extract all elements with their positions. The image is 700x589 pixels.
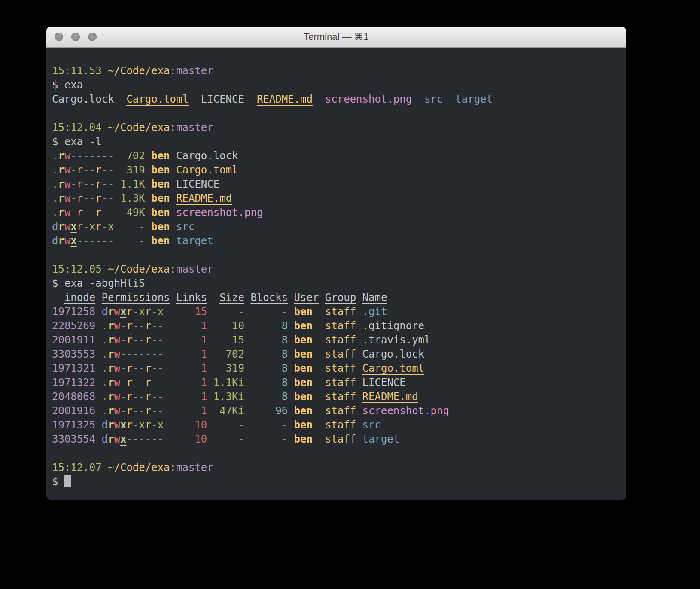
terminal-text-segment: staff [325, 391, 356, 403]
terminal-text-segment: $ exa [52, 79, 83, 91]
terminal-text-segment: ben [294, 348, 313, 360]
terminal-text-segment [288, 348, 294, 360]
terminal-text-segment [356, 362, 362, 374]
terminal-text-segment [145, 150, 151, 162]
terminal-text-segment [288, 433, 294, 445]
terminal-text-segment: staff [325, 433, 356, 445]
terminal-text-segment: r [126, 362, 132, 374]
terminal-text-segment: ~/Code/exa [108, 65, 170, 77]
terminal-text-segment: r [145, 306, 151, 318]
terminal-text-segment: LICENCE [176, 178, 219, 190]
terminal-text-segment [95, 306, 101, 318]
terminal-text-segment: 2048068 [52, 391, 95, 403]
terminal-text-segment: : [170, 263, 176, 275]
terminal-line [52, 248, 622, 262]
terminal-text-segment: : [170, 461, 176, 474]
terminal-text-segment: r [145, 405, 151, 417]
terminal-text-segment: 1 [164, 405, 207, 417]
terminal-text-segment: x [158, 419, 164, 431]
terminal-text-segment: Cargo.lock [176, 150, 238, 162]
terminal-text-segment [288, 334, 294, 346]
terminal-text-segment [356, 433, 362, 445]
terminal-text-segment [288, 391, 294, 403]
terminal-text-segment: 319 [207, 362, 244, 374]
terminal-text-segment [95, 320, 101, 332]
terminal-line: 15:12.07 ~/Code/exa:master [52, 461, 622, 475]
terminal-text-segment: Blocks [250, 291, 288, 304]
terminal-line [52, 446, 622, 461]
terminal-text-segment: . [102, 376, 108, 389]
terminal-text-segment [170, 206, 176, 219]
terminal-text-segment: -- [133, 362, 145, 374]
terminal-text-segment: 15:12.07 [52, 461, 102, 474]
terminal-text-segment: 1.3Ki [207, 391, 244, 403]
terminal-text-segment [145, 164, 151, 176]
terminal-text-segment: ben [294, 320, 313, 332]
terminal-text-segment: . [52, 164, 58, 176]
terminal-line: .rw-r--r-- 1.1K ben LICENCE [52, 177, 622, 191]
terminal-text-segment: src [362, 419, 381, 431]
terminal-text-segment: 1 [164, 348, 207, 360]
terminal-text-segment [313, 334, 325, 346]
terminal-text-segment: -- [83, 206, 95, 219]
terminal-text-segment: r [58, 164, 64, 176]
terminal-text-segment: r [95, 178, 101, 190]
terminal-text-segment: ben [294, 419, 313, 431]
terminal-text-segment [313, 376, 325, 389]
terminal-text-segment: . [102, 348, 108, 360]
terminal-text-segment: ------- [120, 348, 164, 360]
terminal-text-segment: staff [325, 306, 356, 318]
terminal-text-segment [145, 206, 151, 219]
terminal-text-segment [95, 433, 101, 445]
terminal-text-segment: 1.3K [114, 192, 145, 204]
terminal-line: drwx------ - ben target [52, 234, 622, 248]
terminal-text-segment [356, 376, 362, 389]
terminal-text-segment [145, 235, 151, 247]
terminal-text-segment: 8 [244, 348, 288, 360]
terminal-text-segment: w [64, 164, 70, 176]
terminal-text-segment: master [176, 121, 213, 134]
terminal-text-segment [102, 65, 108, 77]
terminal-text-segment: d [102, 306, 108, 318]
terminal-text-segment: - [120, 362, 126, 374]
terminal-text-segment: staff [325, 348, 356, 360]
terminal-window: Terminal — ⌘1 15:11.53 ~/Code/exa:master… [46, 27, 626, 500]
terminal-text-segment: 8 [244, 320, 288, 332]
terminal-text-segment [170, 235, 176, 247]
terminal-text-segment: screenshot.png [176, 206, 263, 219]
terminal-text-segment: 1.1K [114, 178, 145, 190]
terminal-text-segment: - [120, 334, 126, 346]
terminal-text-segment: 15 [207, 334, 244, 346]
terminal-text-segment: 3303553 [52, 348, 95, 360]
terminal-text-segment [95, 362, 101, 374]
terminal-text-segment: 319 [114, 164, 145, 176]
title-bar[interactable]: Terminal — ⌘1 [46, 27, 626, 48]
terminal-text-segment: - [120, 391, 126, 403]
terminal-text-segment: - [114, 221, 145, 233]
terminal-text-segment: r [58, 150, 64, 162]
terminal-text-segment [313, 419, 325, 431]
terminal-text-segment [244, 93, 257, 105]
terminal-text-segment: 1 [164, 362, 207, 374]
terminal-text-segment [145, 192, 151, 204]
terminal-text-segment [207, 291, 219, 304]
terminal-text-segment: r [77, 178, 83, 190]
minimize-button[interactable] [71, 33, 80, 41]
terminal-text-segment: - [207, 419, 244, 431]
terminal-text-segment: -- [133, 320, 145, 332]
terminal-text-segment: w [114, 348, 120, 360]
terminal-text-segment: README.md [176, 192, 232, 204]
terminal-text-segment: - [244, 419, 288, 431]
terminal-output[interactable]: 15:11.53 ~/Code/exa:master$ exaCargo.loc… [46, 48, 626, 500]
terminal-text-segment: - [70, 206, 76, 219]
terminal-text-segment: staff [325, 362, 356, 374]
terminal-text-segment: User [294, 291, 319, 304]
zoom-button[interactable] [88, 33, 97, 41]
terminal-text-segment: . [102, 362, 108, 374]
terminal-text-segment: ben [294, 391, 313, 403]
terminal-text-segment: 8 [244, 362, 288, 374]
terminal-text-segment: $ exa -l [52, 136, 102, 148]
terminal-text-segment [356, 419, 362, 431]
terminal-text-segment [95, 291, 101, 304]
close-button[interactable] [55, 33, 63, 41]
